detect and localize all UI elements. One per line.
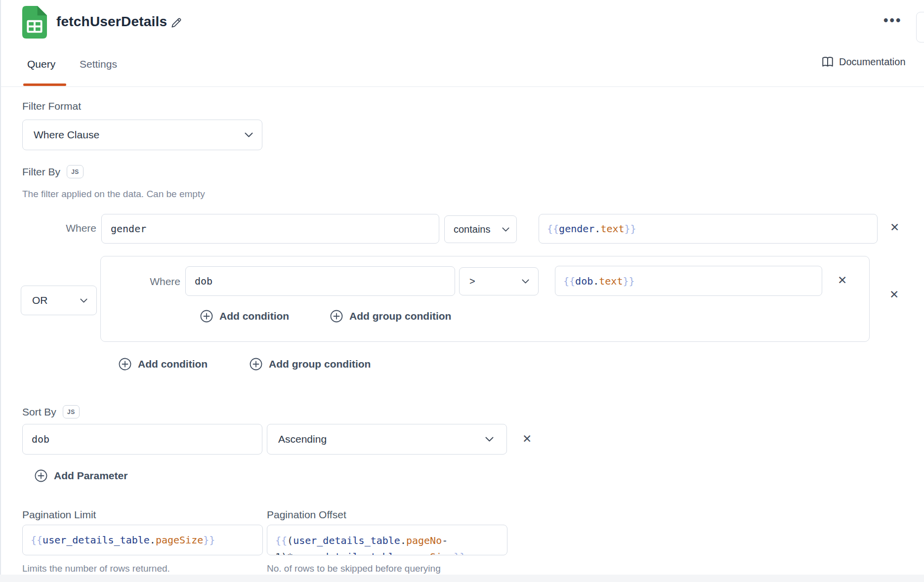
delete-sort-button[interactable]: ✕ [522, 433, 532, 445]
pagination-offset-input[interactable]: {{(user_details_table.pageNo- 1)*user_de… [267, 525, 507, 555]
filter-by-header: Filter By JS [22, 165, 84, 178]
condition-value-input[interactable]: {{gender.text}} [539, 214, 878, 244]
tab-query[interactable]: Query [27, 58, 55, 70]
chevron-down-icon [245, 132, 253, 137]
pagination-offset-code-line1: {{(user_details_table.pageNo- [275, 533, 507, 549]
filter-format-select[interactable]: Where Clause [22, 120, 262, 150]
pagination-limit-help: Limits the number of rows returned. [22, 563, 170, 574]
filter-by-help-text: The filter applied on the data. Can be e… [22, 189, 205, 200]
pagination-offset-code-line2: 1)*user_details_table.pageSize}} [275, 549, 507, 555]
group-add-group-condition-label: Add group condition [349, 310, 451, 322]
google-sheets-icon [21, 6, 48, 39]
filter-format-label: Filter Format [22, 100, 81, 112]
group-condition-key-input[interactable]: dob [185, 266, 455, 296]
chevron-down-icon [502, 227, 509, 232]
add-parameter-label: Add Parameter [54, 470, 127, 482]
group-condition-value-code: {{dob.text}} [563, 275, 635, 287]
sort-order-select[interactable]: Ascending [267, 424, 507, 455]
filter-by-label: Filter By [22, 166, 60, 178]
pagination-limit-label: Pagination Limit [22, 509, 96, 521]
add-condition-label: Add condition [138, 358, 208, 370]
group-join-value: OR [21, 294, 48, 306]
js-toggle-badge[interactable]: JS [63, 405, 80, 418]
sort-by-label: Sort By [22, 406, 56, 418]
condition-key-input[interactable]: gender [101, 214, 439, 244]
condition-value-code: {{gender.text}} [547, 223, 636, 235]
group-condition-value-input[interactable]: {{dob.text}} [555, 266, 822, 296]
pagination-offset-help: No. of rows to be skipped before queryin… [267, 563, 441, 574]
add-group-condition-button[interactable]: Add group condition [250, 358, 371, 371]
plus-circle-icon [200, 310, 213, 323]
panel-left-border [0, 0, 1, 582]
where-prefix-label: Where [142, 276, 180, 288]
chevron-down-icon [522, 279, 529, 284]
plus-circle-icon [35, 469, 47, 482]
group-join-select[interactable]: OR [21, 286, 97, 315]
edit-name-icon[interactable] [170, 16, 183, 29]
query-editor-panel: fetchUserDetails ••• Query Settings Docu… [0, 0, 924, 582]
delete-condition-button[interactable]: ✕ [890, 222, 899, 233]
group-add-condition-label: Add condition [219, 310, 289, 322]
more-options-icon[interactable]: ••• [883, 13, 902, 28]
add-group-condition-label: Add group condition [269, 358, 371, 370]
where-prefix-label: Where [58, 222, 96, 234]
sort-order-value: Ascending [267, 433, 327, 445]
group-add-group-condition-button[interactable]: Add group condition [330, 310, 451, 323]
tab-settings[interactable]: Settings [80, 58, 117, 70]
pagination-offset-label: Pagination Offset [267, 509, 346, 521]
tab-divider [0, 86, 924, 87]
filter-format-value: Where Clause [23, 129, 99, 141]
delete-group-condition-button[interactable]: ✕ [838, 275, 847, 286]
chevron-down-icon [80, 298, 87, 303]
condition-operator-select[interactable]: contains [444, 215, 517, 243]
plus-circle-icon [119, 358, 131, 371]
active-tab-underline [23, 83, 66, 86]
plus-circle-icon [250, 358, 262, 371]
add-parameter-button[interactable]: Add Parameter [35, 469, 127, 482]
bottom-panel-edge [0, 575, 924, 582]
sort-column-input[interactable]: dob [22, 424, 262, 455]
js-toggle-badge[interactable]: JS [67, 165, 84, 178]
group-condition-operator-value: > [460, 276, 475, 287]
sort-by-header: Sort By JS [22, 405, 80, 418]
add-condition-button[interactable]: Add condition [119, 358, 208, 371]
chevron-down-icon [485, 437, 494, 442]
query-title: fetchUserDetails [56, 14, 167, 30]
group-add-condition-button[interactable]: Add condition [200, 310, 289, 323]
plus-circle-icon [330, 310, 343, 323]
condition-operator-value: contains [445, 224, 491, 235]
documentation-label: Documentation [839, 56, 906, 68]
documentation-link[interactable]: Documentation [821, 56, 906, 68]
group-condition-operator-select[interactable]: > [459, 267, 539, 295]
delete-group-button[interactable]: ✕ [889, 289, 899, 300]
cut-off-edge-button[interactable] [916, 12, 924, 42]
pagination-limit-input[interactable]: {{user_details_table.pageSize}} [22, 525, 263, 555]
book-icon [821, 56, 834, 68]
pagination-limit-code: {{user_details_table.pageSize}} [31, 534, 215, 546]
